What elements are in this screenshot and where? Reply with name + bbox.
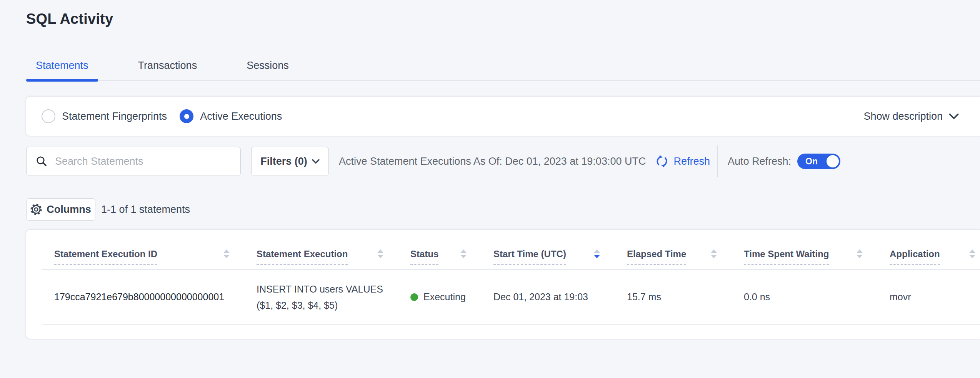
columns-button-label[interactable]: Columns (47, 204, 91, 216)
filters-button[interactable]: Filters (0) (251, 147, 329, 176)
cell-statement-execution[interactable]: INSERT INTO users VALUES ($1, $2, $3, $4… (257, 281, 410, 313)
table-row: 179cca7921e679b80000000000000001 INSERT … (42, 270, 980, 324)
auto-refresh-label: Auto Refresh: (728, 156, 791, 167)
sort-icon[interactable] (223, 249, 230, 258)
tab-sessions[interactable]: Sessions (237, 51, 298, 80)
toggle-state-label: On (805, 156, 818, 167)
page-title: SQL Activity (26, 11, 113, 27)
gear-icon (30, 204, 42, 215)
search-icon (36, 156, 47, 167)
tab-transactions[interactable]: Transactions (128, 51, 207, 80)
as-of-timestamp: Active Statement Executions As Of: Dec 0… (339, 156, 646, 167)
auto-refresh-toggle[interactable]: On (797, 154, 840, 169)
show-description-toggle[interactable]: Show description (863, 110, 959, 122)
column-header-statement-execution-id[interactable]: Statement Execution ID (54, 248, 257, 265)
refresh-icon[interactable] (655, 154, 669, 168)
cell-statement-execution-id[interactable]: 179cca7921e679b80000000000000001 (54, 291, 257, 303)
table-header-row: Statement Execution ID Statement Executi… (42, 230, 980, 270)
radio-active-executions[interactable]: Active Executions (180, 109, 282, 123)
sort-icon[interactable] (857, 249, 863, 258)
refresh-button[interactable]: Refresh (655, 154, 710, 168)
radio-label[interactable]: Active Executions (200, 110, 282, 122)
column-header-start-time[interactable]: Start Time (UTC) (493, 248, 627, 265)
sort-icon[interactable] (460, 249, 467, 258)
chevron-down-icon (312, 159, 320, 164)
vertical-divider (717, 146, 718, 177)
column-header-status[interactable]: Status (410, 248, 493, 265)
status-executing-icon (410, 293, 418, 301)
toggle-knob[interactable] (827, 155, 839, 167)
tab-bar: Statements Transactions Sessions (26, 51, 980, 81)
show-description-label[interactable]: Show description (863, 110, 943, 122)
column-header-time-spent-waiting[interactable]: Time Spent Waiting (744, 248, 890, 265)
result-count: 1-1 of 1 statements (101, 204, 190, 216)
statements-table-card: Statement Execution ID Statement Executi… (26, 230, 980, 339)
cell-start-time: Dec 01, 2023 at 19:03 (493, 291, 627, 303)
filters-button-label[interactable]: Filters (0) (260, 156, 307, 167)
radio-label[interactable]: Statement Fingerprints (62, 110, 167, 122)
cell-elapsed-time: 15.7 ms (627, 291, 744, 303)
radio-selected-icon[interactable] (180, 109, 193, 123)
tab-statements[interactable]: Statements (26, 51, 98, 80)
sort-icon[interactable] (711, 249, 717, 258)
radio-unselected-icon[interactable] (42, 109, 55, 123)
column-header-application[interactable]: Application (890, 248, 980, 265)
cell-status: Executing (410, 291, 493, 303)
columns-button[interactable]: Columns (26, 198, 95, 221)
sort-icon[interactable] (377, 249, 383, 258)
controls-row: Filters (0) Active Statement Executions … (26, 147, 980, 176)
view-mode-card: Statement Fingerprints Active Executions… (26, 97, 980, 136)
search-input[interactable] (55, 156, 233, 167)
cell-application: movr (890, 291, 980, 303)
sort-icon-active-desc[interactable] (594, 249, 600, 258)
table-controls-row: Columns 1-1 of 1 statements (26, 198, 980, 221)
radio-dot (184, 114, 189, 119)
column-header-elapsed-time[interactable]: Elapsed Time (627, 248, 744, 265)
status-label: Executing (423, 291, 466, 303)
column-header-statement-execution[interactable]: Statement Execution (257, 248, 410, 265)
sort-icon[interactable] (969, 249, 975, 258)
search-box[interactable] (26, 147, 241, 176)
radio-statement-fingerprints[interactable]: Statement Fingerprints (42, 109, 167, 123)
chevron-down-icon[interactable] (949, 113, 959, 120)
refresh-label[interactable]: Refresh (673, 156, 710, 167)
cell-time-spent-waiting: 0.0 ns (744, 291, 890, 303)
